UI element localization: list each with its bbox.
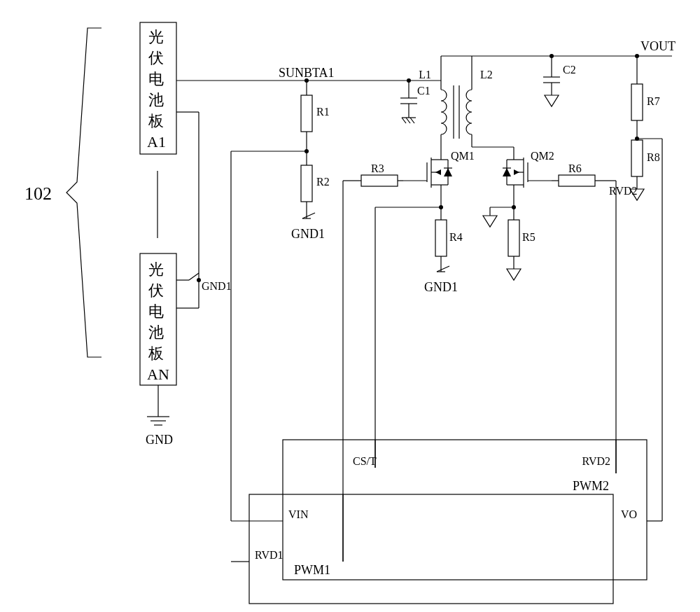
pin-cst: CS/T [353, 455, 377, 467]
svg-text:板: 板 [148, 112, 164, 130]
svg-marker-117 [545, 95, 559, 106]
svg-line-51 [410, 118, 414, 123]
l2: L2 [480, 69, 493, 81]
r5: R5 [522, 231, 536, 243]
svg-rect-106 [508, 220, 519, 256]
r2: R2 [316, 176, 330, 188]
r8: R8 [647, 151, 660, 163]
svg-rect-122 [631, 140, 643, 176]
pin-pwm1: PWM1 [294, 563, 330, 577]
svg-marker-112 [483, 216, 497, 227]
svg-text:伏: 伏 [148, 49, 164, 67]
net-vout: VOUT [640, 39, 676, 53]
svg-text:光: 光 [148, 28, 164, 46]
svg-line-43 [302, 213, 315, 218]
qm1 [403, 147, 452, 207]
r4: R4 [449, 231, 463, 243]
gnd1-r4: GND1 [424, 280, 458, 294]
net-sunbta1: SUNBTA1 [279, 66, 335, 80]
c2: C2 [563, 64, 576, 76]
pin-pwm2: PWM2 [573, 479, 609, 493]
pin-vo: VO [621, 508, 637, 520]
gnd-label: GND [146, 433, 173, 447]
panel-an: 光 伏 电 池 板 AN [147, 260, 169, 383]
svg-marker-108 [507, 269, 521, 280]
qm2-label: QM2 [531, 150, 554, 162]
r3: R3 [371, 162, 384, 174]
svg-rect-73 [361, 175, 398, 186]
svg-text:电: 电 [148, 70, 164, 88]
gnd1-left: GND1 [202, 280, 232, 292]
svg-line-50 [406, 118, 410, 123]
svg-text:池: 池 [148, 91, 164, 109]
r1: R1 [316, 106, 330, 118]
svg-marker-63 [435, 169, 441, 175]
svg-text:光: 光 [148, 260, 164, 278]
svg-line-49 [402, 118, 406, 123]
svg-rect-79 [435, 220, 447, 256]
r6: R6 [568, 162, 582, 174]
qm1-label: QM1 [451, 150, 475, 162]
svg-line-82 [437, 266, 449, 272]
pin-rvd1: RVD1 [255, 549, 284, 561]
svg-rect-101 [559, 175, 595, 186]
svg-marker-99 [503, 168, 511, 176]
pin-vin: VIN [288, 508, 309, 520]
ref-id: 102 [24, 183, 52, 204]
svg-text:板: 板 [148, 345, 164, 362]
l1: L1 [419, 69, 431, 81]
svg-marker-71 [444, 168, 452, 176]
gnd1-mid: GND1 [291, 227, 325, 241]
rvd2-drv: RVD2 [609, 185, 638, 197]
svg-text:伏: 伏 [148, 281, 164, 299]
r7: R7 [647, 95, 660, 107]
svg-marker-91 [514, 169, 519, 175]
svg-rect-40 [301, 165, 312, 202]
pin-rvd2: RVD2 [582, 455, 611, 467]
panel-a1: 光 伏 电 池 板 A1 [147, 28, 166, 151]
svg-text:A1: A1 [147, 133, 166, 151]
svg-text:AN: AN [147, 366, 169, 383]
svg-text:池: 池 [148, 324, 164, 341]
svg-rect-34 [301, 95, 312, 132]
c1: C1 [417, 85, 430, 97]
svg-rect-119 [631, 84, 643, 120]
svg-text:电: 电 [148, 302, 164, 320]
